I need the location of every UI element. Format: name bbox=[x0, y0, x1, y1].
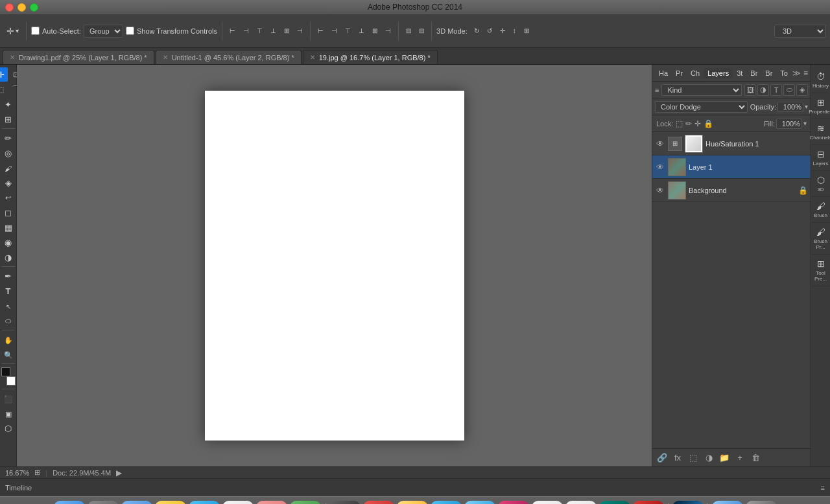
dock-calendar[interactable]: 📅 bbox=[532, 501, 563, 505]
layer-visibility-layer1[interactable]: 👁 bbox=[655, 162, 665, 172]
crop-tool[interactable] bbox=[1, 112, 16, 126]
background-color[interactable] bbox=[6, 376, 16, 385]
hand-tool[interactable] bbox=[1, 332, 16, 347]
screen-mode[interactable] bbox=[1, 406, 16, 420]
dock-contacts[interactable]: 🖼 bbox=[256, 501, 287, 505]
eraser-tool[interactable] bbox=[1, 205, 16, 220]
panel-tab-layers[interactable]: Layers bbox=[704, 68, 733, 78]
dock-launchpad[interactable]: 🚀 bbox=[88, 501, 119, 505]
dock-safari[interactable]: 🧭 bbox=[431, 501, 462, 505]
tab-drawing1[interactable]: ✕ Drawing1.pdf @ 25% (Layer 1, RGB/8) * bbox=[3, 50, 154, 64]
sidebar-brush[interactable]: 🖌 Brush bbox=[811, 197, 830, 223]
dodge-tool[interactable] bbox=[1, 250, 16, 264]
more2-btn[interactable]: ⊟ bbox=[416, 26, 427, 36]
panel-expand-icon[interactable]: ≫ bbox=[792, 69, 801, 78]
dock-itunes[interactable]: 🎵 bbox=[363, 501, 394, 505]
path-select-tool[interactable] bbox=[1, 299, 16, 313]
lock-transparent-icon[interactable]: ⬚ bbox=[676, 119, 683, 128]
lock-position-icon[interactable]: ✛ bbox=[694, 119, 701, 128]
panel-menu-icon[interactable]: ≡ bbox=[803, 69, 808, 78]
blend-mode-select[interactable]: Color Dodge Normal Multiply Screen Overl… bbox=[655, 101, 748, 113]
new-fill-adj-btn[interactable]: ◑ bbox=[702, 451, 716, 465]
panel-tab-br2[interactable]: Br bbox=[761, 68, 776, 78]
kind-select[interactable]: Kind Name Effect Mode bbox=[661, 84, 742, 96]
dock-garageband[interactable]: 🎸 bbox=[329, 501, 361, 505]
new-layer-btn[interactable]: + bbox=[733, 451, 747, 465]
add-style-btn[interactable]: fx bbox=[670, 451, 685, 465]
sidebar-layers[interactable]: ⊟ Layers bbox=[811, 145, 830, 171]
pen-tool[interactable] bbox=[1, 269, 16, 283]
panel-tab-to[interactable]: To bbox=[776, 68, 792, 78]
link-layers-btn[interactable]: 🔗 bbox=[655, 451, 669, 465]
fill-arrow[interactable]: ▾ bbox=[803, 120, 807, 127]
dock-ibooks[interactable]: 📚 bbox=[397, 501, 428, 505]
panel-tab-br1[interactable]: Br bbox=[746, 68, 761, 78]
panel-tab-ha[interactable]: Ha bbox=[655, 68, 672, 78]
minimize-button[interactable] bbox=[18, 3, 26, 12]
blur-tool[interactable] bbox=[1, 235, 16, 249]
layer-visibility-bg[interactable]: 👁 bbox=[655, 185, 665, 196]
layer-item-layer1[interactable]: 👁 Layer 1 bbox=[652, 155, 811, 179]
stamp-tool[interactable] bbox=[1, 176, 16, 190]
dock-appstore[interactable]: 🅰 bbox=[464, 501, 495, 505]
more-btn[interactable]: ⊟ bbox=[403, 26, 414, 36]
dock-facetime[interactable]: 📱 bbox=[222, 501, 254, 505]
heal-tool[interactable] bbox=[1, 146, 16, 160]
sidebar-properties[interactable]: ⊞ Properties bbox=[811, 93, 830, 119]
dock-fusion[interactable]: ⬡ bbox=[633, 501, 664, 505]
panel-tab-ch[interactable]: Ch bbox=[687, 68, 704, 78]
opacity-arrow[interactable]: ▾ bbox=[805, 103, 808, 110]
kind-smart-icon[interactable]: ◈ bbox=[796, 84, 808, 96]
dock-arduino[interactable]: ⚡ bbox=[599, 501, 630, 505]
3d-pan-btn[interactable]: ✛ bbox=[497, 26, 508, 36]
tab-close-untitled1[interactable]: ✕ bbox=[163, 54, 168, 61]
kind-pixel-icon[interactable]: 🖼 bbox=[744, 84, 756, 96]
3d-slide-btn[interactable]: ↕ bbox=[510, 26, 519, 36]
align-left-btn[interactable]: ⊢ bbox=[227, 26, 238, 36]
align-top-btn[interactable]: ⊥ bbox=[268, 26, 279, 36]
3d-scale-btn[interactable]: ⊞ bbox=[521, 26, 532, 36]
new-group-btn[interactable]: 📁 bbox=[717, 451, 731, 465]
panel-tab-pr[interactable]: Pr bbox=[672, 68, 687, 78]
zoom-tool[interactable] bbox=[1, 347, 16, 361]
3d-mode[interactable] bbox=[1, 421, 16, 435]
sidebar-channels[interactable]: ≋ Channels bbox=[811, 119, 830, 145]
dock-photoshop[interactable]: Ps bbox=[672, 501, 704, 505]
3d-view-select[interactable]: 3D bbox=[774, 25, 826, 38]
layer-visibility-hue[interactable]: 👁 bbox=[655, 139, 665, 149]
eyedropper-tool[interactable] bbox=[1, 131, 16, 145]
panel-tab-3t[interactable]: 3t bbox=[733, 68, 746, 78]
group-select[interactable]: Group Layer bbox=[84, 25, 123, 38]
tab-close-drawing1[interactable]: ✕ bbox=[10, 54, 15, 61]
history-brush-tool[interactable]: ↩ bbox=[1, 190, 16, 205]
tab-19jpg[interactable]: ✕ 19.jpg @ 16.7% (Layer 1, RGB/8) * bbox=[303, 50, 438, 64]
sidebar-tool-preset[interactable]: ⊞ Tool Pre... bbox=[811, 255, 830, 286]
move-tool-btn[interactable]: ✛ ▾ bbox=[4, 25, 21, 38]
tab-untitled1[interactable]: ✕ Untitled-1 @ 45.6% (Layer 2, RGB/8) * bbox=[156, 50, 302, 64]
close-button[interactable] bbox=[5, 3, 14, 12]
dock-music[interactable]: 🎶 bbox=[498, 501, 529, 505]
lock-image-icon[interactable]: ✏ bbox=[685, 119, 692, 128]
text-tool[interactable] bbox=[1, 284, 16, 298]
align-bottom-btn[interactable]: ⊣ bbox=[294, 26, 305, 36]
show-transform-checkbox[interactable] bbox=[126, 27, 134, 35]
export-icon[interactable]: ⊞ bbox=[34, 468, 40, 477]
auto-select-checkbox[interactable] bbox=[31, 27, 40, 35]
lock-all-icon[interactable]: 🔒 bbox=[704, 119, 713, 128]
3d-roll-btn[interactable]: ↺ bbox=[484, 26, 495, 36]
dist-bottom-btn[interactable]: ⊣ bbox=[383, 26, 394, 36]
shape-tool[interactable]: ⬭ bbox=[1, 314, 16, 328]
brush-tool[interactable] bbox=[1, 161, 16, 175]
dock-photos[interactable]: 🌸 bbox=[565, 501, 597, 505]
sidebar-history[interactable]: ⏱ History bbox=[811, 67, 830, 93]
kind-shape-icon[interactable]: ⬭ bbox=[783, 84, 795, 96]
align-center-v-btn[interactable]: ⊞ bbox=[281, 26, 292, 36]
gradient-tool[interactable] bbox=[1, 220, 16, 235]
maximize-button[interactable] bbox=[30, 3, 38, 12]
layer-item-background[interactable]: 👁 Background 🔒 bbox=[652, 179, 811, 202]
delete-layer-btn[interactable]: 🗑 bbox=[748, 451, 763, 465]
dock-trash[interactable]: 🗑 bbox=[746, 501, 777, 505]
sidebar-brush-preset[interactable]: 🖌 Brush Pr... bbox=[811, 223, 830, 255]
dock-messages[interactable]: 💬 bbox=[189, 501, 220, 505]
dist-top-btn[interactable]: ⊥ bbox=[356, 26, 367, 36]
